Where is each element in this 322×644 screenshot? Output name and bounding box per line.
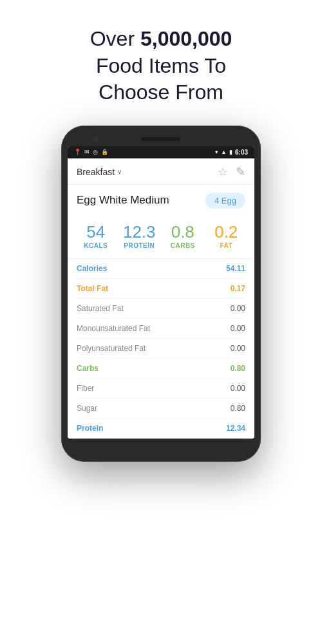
hero-section: Over 5,000,000 Food Items To Choose From [64, 0, 258, 126]
nutrition-row-protein: Protein 12.34 [77, 419, 245, 439]
nutrition-row-calories: Calories 54.11 [77, 259, 245, 279]
macro-protein: 12.3 PROTEIN [118, 223, 162, 250]
status-time: 6:03 [235, 149, 248, 156]
phone-screen: 📍 ✉ ◎ 🔒 ▾ ▲ ▮ 6:03 Breakfast [68, 146, 254, 439]
star-icon[interactable]: ☆ [218, 165, 228, 179]
macro-carbs: 0.8 CARBS [161, 223, 205, 250]
mail-icon: ✉ [84, 149, 90, 155]
protein-label: PROTEIN [118, 242, 162, 249]
calories-label: Calories [77, 264, 107, 273]
status-left-icons: 📍 ✉ ◎ 🔒 [74, 149, 108, 155]
location-icon: 📍 [74, 149, 81, 155]
top-bar: Breakfast ∨ ☆ ✎ [68, 158, 254, 185]
carbs-row-label: Carbs [77, 364, 99, 373]
app-content: Breakfast ∨ ☆ ✎ Egg White Medium 4 Egg [68, 158, 254, 439]
phone-camera [93, 137, 99, 142]
saturated-fat-label: Saturated Fat [77, 304, 124, 313]
macro-kcals: 54 KCALS [74, 223, 118, 250]
nutrition-row-carbs: Carbs 0.80 [77, 359, 245, 379]
phone-speaker [142, 137, 180, 141]
nutrition-row-total-fat: Total Fat 0.17 [77, 279, 245, 299]
hero-title: Over 5,000,000 Food Items To Choose From [90, 26, 232, 106]
hero-line3: Choose From [99, 80, 223, 104]
nutrition-row-fiber: Fiber 0.00 [77, 379, 245, 399]
edit-icon[interactable]: ✎ [236, 165, 245, 179]
poly-fat-value: 0.00 [231, 344, 245, 353]
nutrition-row-mono-fat: Monounsaturated Fat 0.00 [77, 319, 245, 339]
nutrition-row-poly-fat: Polyunsaturated Fat 0.00 [77, 339, 245, 359]
status-bar: 📍 ✉ ◎ 🔒 ▾ ▲ ▮ 6:03 [68, 146, 254, 158]
meal-selector[interactable]: Breakfast ∨ [77, 167, 122, 177]
circle-icon: ◎ [93, 149, 98, 155]
nutrition-row-saturated-fat: Saturated Fat 0.00 [77, 299, 245, 319]
phone-bottom-bezel [68, 439, 254, 449]
total-fat-value: 0.17 [231, 284, 245, 293]
signal-icon: ▲ [221, 149, 227, 155]
phone-top-bezel [68, 133, 254, 146]
top-bar-icons: ☆ ✎ [218, 165, 245, 179]
meal-label: Breakfast [77, 167, 115, 177]
phone-frame: 📍 ✉ ◎ 🔒 ▾ ▲ ▮ 6:03 Breakfast [61, 126, 261, 462]
poly-fat-label: Polyunsaturated Fat [77, 344, 146, 353]
carbs-value: 0.8 [161, 223, 205, 242]
chevron-down-icon: ∨ [117, 168, 122, 175]
fat-label: FAT [205, 242, 249, 249]
wifi-icon: ▾ [215, 149, 218, 155]
fiber-label: Fiber [77, 384, 94, 393]
nutrition-table: Calories 54.11 Total Fat 0.17 Saturated … [68, 259, 254, 439]
food-name: Egg White Medium [77, 194, 169, 207]
macros-row: 54 KCALS 12.3 PROTEIN 0.8 CARBS 0.2 FAT [68, 215, 254, 260]
mono-fat-label: Monounsaturated Fat [77, 324, 150, 333]
calories-value: 54.11 [226, 264, 245, 273]
protein-row-label: Protein [77, 424, 103, 433]
total-fat-label: Total Fat [77, 284, 108, 293]
mono-fat-value: 0.00 [231, 324, 245, 333]
nutrition-row-sugar: Sugar 0.80 [77, 399, 245, 419]
kcals-label: KCALS [74, 242, 118, 249]
carbs-row-value: 0.80 [231, 364, 245, 373]
status-right-icons: ▾ ▲ ▮ 6:03 [215, 149, 248, 156]
phone-wrapper: 📍 ✉ ◎ 🔒 ▾ ▲ ▮ 6:03 Breakfast [0, 126, 322, 644]
macro-fat: 0.2 FAT [205, 223, 249, 250]
saturated-fat-value: 0.00 [231, 304, 245, 313]
sugar-value: 0.80 [231, 404, 245, 413]
fiber-value: 0.00 [231, 384, 245, 393]
kcals-value: 54 [74, 223, 118, 242]
carbs-label: CARBS [161, 242, 205, 249]
protein-row-value: 12.34 [226, 424, 245, 433]
serving-badge[interactable]: 4 Egg [205, 193, 245, 209]
food-title-row: Egg White Medium 4 Egg [68, 185, 254, 215]
lock-icon: 🔒 [101, 149, 108, 155]
battery-icon: ▮ [229, 149, 232, 155]
hero-line2: Food Items To [96, 54, 226, 77]
protein-value: 12.3 [118, 223, 162, 242]
fat-value: 0.2 [205, 223, 249, 242]
hero-number: 5,000,000 [140, 27, 232, 50]
sugar-label: Sugar [77, 404, 97, 413]
